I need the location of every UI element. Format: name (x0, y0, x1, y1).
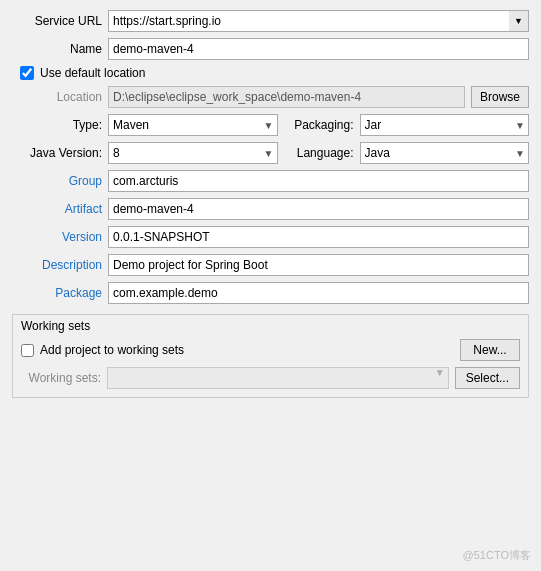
location-row: Location Browse (12, 86, 529, 108)
service-url-dropdown-button[interactable]: ▼ (509, 10, 529, 32)
use-default-location-label[interactable]: Use default location (40, 66, 145, 80)
java-lang-row: Java Version: 8 11 17 ▼ Language: Java K… (12, 142, 529, 164)
artifact-input[interactable] (108, 198, 529, 220)
artifact-label: Artifact (12, 202, 102, 216)
language-combo: Java Kotlin Groovy ▼ (360, 142, 530, 164)
description-input[interactable] (108, 254, 529, 276)
browse-button[interactable]: Browse (471, 86, 529, 108)
package-label: Package (12, 286, 102, 300)
working-sets-label: Working sets: (21, 371, 101, 385)
description-row: Description (12, 254, 529, 276)
group-input[interactable] (108, 170, 529, 192)
working-sets-add-row: Add project to working sets New... (21, 339, 520, 361)
use-default-location-row: Use default location (12, 66, 529, 80)
group-row: Group (12, 170, 529, 192)
working-sets-section: Working sets Add project to working sets… (12, 314, 529, 398)
java-version-combo: 8 11 17 ▼ (108, 142, 278, 164)
language-label: Language: (284, 146, 354, 160)
name-input[interactable] (108, 38, 529, 60)
package-input[interactable] (108, 282, 529, 304)
location-input[interactable] (108, 86, 465, 108)
add-to-working-sets-checkbox[interactable] (21, 344, 34, 357)
type-select[interactable]: Maven Gradle (108, 114, 278, 136)
service-url-combo: ▼ (108, 10, 529, 32)
working-sets-title: Working sets (21, 319, 520, 333)
type-combo: Maven Gradle ▼ (108, 114, 278, 136)
working-sets-select[interactable] (107, 367, 449, 389)
packaging-select[interactable]: Jar War (360, 114, 530, 136)
packaging-combo: Jar War ▼ (360, 114, 530, 136)
java-version-label: Java Version: (12, 146, 102, 160)
version-label: Version (12, 230, 102, 244)
working-sets-input-row: Working sets: ▼ Select... (21, 367, 520, 389)
working-sets-combo: ▼ (107, 367, 449, 389)
package-row: Package (12, 282, 529, 304)
artifact-row: Artifact (12, 198, 529, 220)
select-button[interactable]: Select... (455, 367, 520, 389)
version-input[interactable] (108, 226, 529, 248)
service-url-row: Service URL ▼ (12, 10, 529, 32)
version-row: Version (12, 226, 529, 248)
type-label: Type: (12, 118, 102, 132)
name-row: Name (12, 38, 529, 60)
name-label: Name (12, 42, 102, 56)
add-to-working-sets-label[interactable]: Add project to working sets (40, 343, 454, 357)
location-label: Location (12, 90, 102, 104)
use-default-location-checkbox[interactable] (20, 66, 34, 80)
group-label: Group (12, 174, 102, 188)
type-packaging-row: Type: Maven Gradle ▼ Packaging: Jar War … (12, 114, 529, 136)
java-version-select[interactable]: 8 11 17 (108, 142, 278, 164)
new-button[interactable]: New... (460, 339, 520, 361)
service-url-input[interactable] (108, 10, 529, 32)
language-select[interactable]: Java Kotlin Groovy (360, 142, 530, 164)
description-label: Description (12, 258, 102, 272)
service-url-label: Service URL (12, 14, 102, 28)
packaging-label: Packaging: (284, 118, 354, 132)
watermark: @51CTO博客 (463, 548, 531, 563)
